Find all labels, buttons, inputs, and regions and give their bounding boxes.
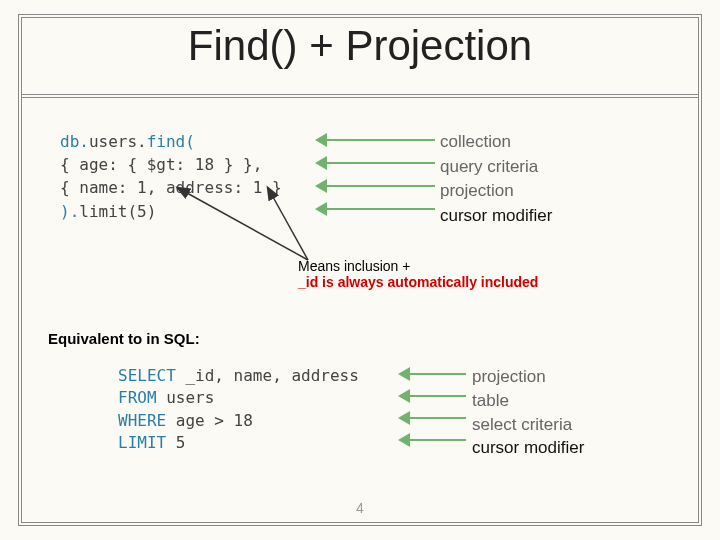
sql-code-block: SELECT _id, name, address FROM users WHE… [118,365,359,455]
sql-annotations: projection table select criteria cursor … [472,365,584,460]
code-line: db.users.find( [60,130,282,153]
annotation-projection: projection [440,179,552,204]
annotation-cursor-modifier: cursor modifier [472,436,584,460]
code-line: { age: { $gt: 18 } }, [60,153,282,176]
code-line: WHERE age > 18 [118,410,359,432]
arrow-left-icon [398,385,466,407]
equivalent-heading: Equivalent to in SQL: [48,330,200,347]
annotation-select-criteria: select criteria [472,413,584,437]
arrow-left-icon [315,197,435,220]
mongo-code-block: db.users.find( { age: { $gt: 18 } }, { n… [60,130,282,223]
annotation-query-criteria: query criteria [440,155,552,180]
arrow-left-icon [315,151,435,174]
arrow-group-top [315,128,435,228]
code-line: SELECT _id, name, address [118,365,359,387]
arrow-left-icon [315,128,435,151]
annotation-table: table [472,389,584,413]
arrow-left-icon [315,174,435,197]
arrow-left-icon [398,429,466,451]
inclusion-note-line1: Means inclusion + [298,258,538,274]
mongo-annotations: collection query criteria projection cur… [440,130,552,229]
title-rule [22,94,698,98]
arrow-left-icon [398,363,466,385]
page-number: 4 [0,500,720,516]
arrow-group-bot [398,363,466,457]
inclusion-note-line2: _id is always automatically included [298,274,538,290]
code-line: FROM users [118,387,359,409]
annotation-collection: collection [440,130,552,155]
code-line: ).limit(5) [60,200,282,223]
code-line: { name: 1, address: 1 } [60,176,282,199]
arrow-left-icon [398,407,466,429]
annotation-cursor-modifier: cursor modifier [440,204,552,229]
slide-title: Find() + Projection [0,22,720,70]
slide: Find() + Projection db.users.find( { age… [0,0,720,540]
code-line: LIMIT 5 [118,432,359,454]
inclusion-note: Means inclusion + _id is always automati… [298,258,538,290]
annotation-projection: projection [472,365,584,389]
